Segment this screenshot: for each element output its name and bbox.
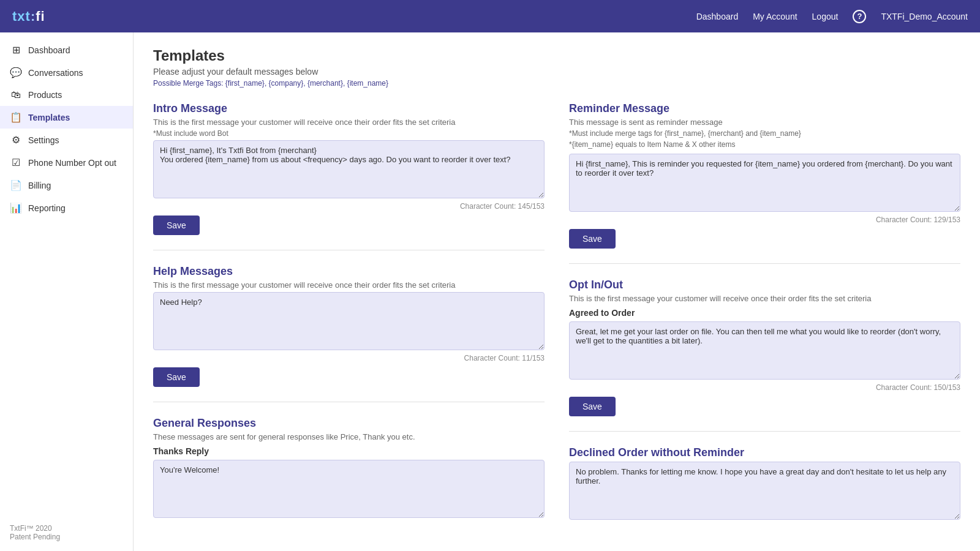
- help-messages-title: Help Messages: [153, 265, 545, 278]
- reminder-message-note: *Must include merge tags for {first_name…: [569, 129, 960, 138]
- intro-message-desc: This is the first message your customer …: [153, 118, 545, 127]
- nav-logout[interactable]: Logout: [812, 12, 839, 21]
- billing-icon: 📄: [10, 179, 22, 191]
- logo-tfi: fi: [36, 9, 45, 24]
- reminder-message-save-button[interactable]: Save: [569, 229, 616, 249]
- reminder-message-textarea[interactable]: [569, 154, 960, 212]
- general-responses-section: General Responses These messages are sen…: [153, 417, 545, 535]
- account-name: TXTFi_Demo_Account: [881, 12, 968, 21]
- nav-dashboard[interactable]: Dashboard: [696, 12, 739, 21]
- templates-icon: 📋: [10, 111, 22, 123]
- opt-in-out-title: Opt In/Out: [569, 279, 960, 291]
- declined-order-section: Declined Order without Reminder: [569, 446, 960, 537]
- intro-message-char-count: Character Count: 145/153: [153, 202, 545, 211]
- right-column: Reminder Message This message is sent as…: [569, 102, 960, 551]
- left-column: Intro Message This is the first message …: [153, 102, 545, 551]
- agreed-to-order-textarea[interactable]: [569, 321, 960, 380]
- opt-in-out-desc: This is the first message your customer …: [569, 294, 960, 303]
- intro-message-textarea[interactable]: [153, 140, 545, 198]
- reminder-message-title: Reminder Message: [569, 102, 960, 115]
- intro-message-title: Intro Message: [153, 102, 545, 115]
- help-messages-textarea[interactable]: [153, 292, 545, 350]
- main-content: Templates Please adjust your default mes…: [134, 32, 980, 551]
- sidebar-item-settings[interactable]: ⚙ Settings: [0, 129, 133, 151]
- reminder-message-desc: This message is sent as reminder message: [569, 118, 960, 127]
- intro-message-section: Intro Message This is the first message …: [153, 102, 545, 250]
- declined-order-title: Declined Order without Reminder: [569, 446, 960, 459]
- top-nav: txt:fi Dashboard My Account Logout ? TXT…: [0, 0, 980, 32]
- conversations-icon: 💬: [10, 67, 22, 78]
- reminder-message-note2: *{item_name} equals to Item Name & X oth…: [569, 140, 960, 149]
- page-subtitle: Please adjust your default messages belo…: [153, 67, 960, 77]
- reminder-message-char-count: Character Count: 129/153: [569, 216, 960, 224]
- intro-message-save-button[interactable]: Save: [153, 216, 200, 235]
- sidebar-footer: TxtFi™ 2020 Patent Pending: [0, 514, 133, 551]
- merge-tags: Possible Merge Tags: {first_name}, {comp…: [153, 79, 960, 88]
- sidebar-item-dashboard[interactable]: ⊞ Dashboard: [0, 39, 133, 61]
- sidebar-label-billing: Billing: [28, 181, 51, 190]
- thanks-reply-label: Thanks Reply: [153, 446, 545, 456]
- opt-out-icon: ☑: [10, 157, 22, 168]
- sidebar-label-phone-opt-out: Phone Number Opt out: [28, 158, 116, 168]
- help-messages-desc: This is the first message your customer …: [153, 280, 545, 290]
- footer-line1: TxtFi™ 2020: [10, 524, 123, 533]
- sidebar-item-reporting[interactable]: 📊 Reporting: [0, 197, 133, 219]
- help-messages-save-button[interactable]: Save: [153, 367, 200, 387]
- sidebar: ⊞ Dashboard 💬 Conversations 🛍 Products 📋…: [0, 32, 134, 551]
- page-title: Templates: [153, 47, 960, 64]
- footer-line2: Patent Pending: [10, 533, 123, 541]
- sidebar-label-products: Products: [28, 90, 62, 100]
- sidebar-label-dashboard: Dashboard: [28, 45, 70, 55]
- sidebar-label-reporting: Reporting: [28, 203, 66, 213]
- templates-grid: Intro Message This is the first message …: [153, 102, 960, 551]
- opt-in-out-section: Opt In/Out This is the first message you…: [569, 279, 960, 432]
- sidebar-label-templates: Templates: [28, 113, 70, 122]
- opt-in-out-save-button[interactable]: Save: [569, 397, 616, 416]
- settings-icon: ⚙: [10, 134, 22, 146]
- logo: txt:fi: [12, 9, 45, 24]
- sidebar-item-conversations[interactable]: 💬 Conversations: [0, 61, 133, 84]
- help-icon[interactable]: ?: [853, 10, 866, 23]
- sidebar-item-templates[interactable]: 📋 Templates: [0, 106, 133, 129]
- products-icon: 🛍: [10, 89, 22, 100]
- agreed-to-order-char-count: Character Count: 150/153: [569, 383, 960, 392]
- dashboard-icon: ⊞: [10, 44, 22, 56]
- top-nav-right: Dashboard My Account Logout ? TXTFi_Demo…: [696, 10, 968, 23]
- sidebar-label-conversations: Conversations: [28, 68, 83, 78]
- sidebar-label-settings: Settings: [28, 135, 59, 145]
- nav-my-account[interactable]: My Account: [753, 12, 797, 21]
- sidebar-item-phone-opt-out[interactable]: ☑ Phone Number Opt out: [0, 151, 133, 174]
- help-messages-section: Help Messages This is the first message …: [153, 265, 545, 402]
- sidebar-item-billing[interactable]: 📄 Billing: [0, 174, 133, 197]
- declined-order-textarea[interactable]: [569, 462, 960, 520]
- reporting-icon: 📊: [10, 202, 22, 214]
- logo-tx: txt: [12, 9, 31, 24]
- reminder-message-section: Reminder Message This message is sent as…: [569, 102, 960, 264]
- general-responses-title: General Responses: [153, 417, 545, 430]
- general-responses-desc: These messages are sent for general resp…: [153, 432, 545, 441]
- help-messages-char-count: Character Count: 11/153: [153, 354, 545, 362]
- thanks-reply-textarea[interactable]: [153, 460, 545, 518]
- agreed-to-order-label: Agreed to Order: [569, 308, 960, 318]
- sidebar-item-products[interactable]: 🛍 Products: [0, 84, 133, 106]
- intro-message-note: *Must include word Bot: [153, 129, 545, 138]
